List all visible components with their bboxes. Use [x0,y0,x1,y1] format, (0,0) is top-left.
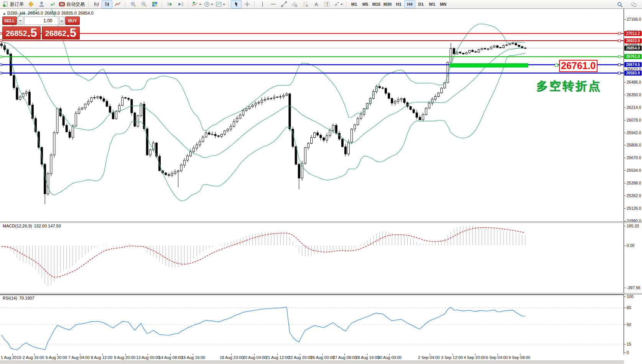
timeframe-m5-button[interactable]: M5 [360,0,371,8]
date-tick [389,354,390,355]
date-tick-label: 13 Aug 00:00 [136,355,160,360]
timeframe-h1-button[interactable]: H1 [393,0,404,8]
lot-size-input[interactable] [24,16,58,25]
candles-chart-icon [104,1,110,7]
macd-indicator-label: MACD(12,26,9)132.00 147.50 [3,224,63,228]
bottom-strip [0,361,642,364]
axis-tick [624,226,626,226]
horizontal-line-icon [270,1,277,7]
price-tick-label: 25670.0 [627,156,641,160]
buy-price-main: 26862 [45,28,67,39]
community-button[interactable] [36,0,47,8]
macd-panel-separator[interactable] [0,221,642,223]
crosshair-button[interactable] [242,0,252,8]
axis-tick [624,120,626,120]
timeframe-m30-button[interactable]: M30 [382,0,393,8]
chart-shift-button[interactable] [175,0,186,8]
search-icon [617,2,623,8]
level-price-tag: 26761.0 [624,54,642,59]
toolbar-separator [162,1,163,7]
chevron-down-icon [223,4,225,6]
equidistant-channel-button[interactable]: E [289,0,300,8]
price-axis[interactable]: 27166.027030.026894.026758.026622.026486… [624,9,642,364]
signals-button[interactable] [47,0,58,8]
axis-tick [624,133,626,133]
shapes-icon [333,1,340,7]
price-tick-label: 25806.0 [627,143,641,147]
ohlc-high: 26858.0 [44,11,60,15]
timeframe-m15-button[interactable]: M15 [371,0,382,8]
date-tick-label: 14 Aug 08:00 [159,355,183,360]
vertical-line-icon [259,1,266,7]
timeframe-w1-button[interactable]: W1 [426,0,438,8]
rsi-axis-label: 15 [627,342,631,346]
current-price-tag: 26854.0 [624,46,642,51]
timeframe-h4-button[interactable]: H4 [404,0,415,8]
price-axis-border [624,9,624,354]
cursor-icon [233,1,240,7]
market-button[interactable] [25,0,36,8]
rsi-axis-label: 100 [627,295,634,299]
chat-button[interactable] [628,0,639,9]
level-price-tag: 27012.2 [624,31,642,36]
axis-tick [624,158,626,158]
axis-tick [624,296,626,297]
timeframe-mn-button[interactable]: MN [438,0,449,8]
cursor-button[interactable] [231,0,242,8]
date-tick [57,354,58,355]
templates-icon [216,1,222,7]
periods-button[interactable] [202,0,214,8]
line-chart-button[interactable] [112,0,123,8]
zoom-out-button[interactable] [138,0,149,8]
support-highlight-bar[interactable] [449,63,528,68]
buy-price-box[interactable]: 26862.5 [42,26,80,40]
ohlc-low: 26835.0 [61,11,77,15]
timeframe-m1-button[interactable]: M1 [349,0,360,8]
main-price-chart[interactable] [0,9,624,221]
chart-window[interactable]: ▲DJ30-,H4 26846.026858.026835.026854.0 S… [0,9,642,364]
level-price-tag: 26674.5 [624,62,642,67]
collapse-arrow-icon[interactable]: ▲ [3,12,6,15]
timeframe-d1-button[interactable]: D1 [415,0,426,8]
lot-increase-button[interactable] [59,16,65,25]
bars-chart-button[interactable] [91,0,102,8]
candles-chart-button[interactable] [102,0,112,8]
time-axis[interactable]: 1 Aug 20192 Aug 16:005 Aug 20:007 Aug 04… [0,354,624,361]
text-label-button[interactable]: T [321,0,332,8]
lot-decrease-button[interactable] [18,16,23,25]
tile-windows-button[interactable] [149,0,160,8]
macd-axis-label: -397.56 [627,286,640,290]
algo-trading-button[interactable]: 自动交易 [58,0,86,8]
templates-button[interactable] [214,0,226,8]
text-label-icon: T [324,1,330,7]
search-button[interactable] [614,0,625,9]
toolbar-separator [228,1,229,7]
sell-price-box[interactable]: 26852.5 [2,26,41,40]
tile-windows-icon [151,1,158,7]
shapes-button[interactable] [332,0,344,8]
buy-button[interactable]: BUY [65,16,80,25]
sell-price-main: 26852 [6,28,27,39]
date-tick-label: 21 Aug 12:00 [266,355,290,360]
rsi-panel-separator[interactable] [0,293,642,295]
text-button[interactable]: A [311,0,321,8]
new-order-button[interactable]: 新订单 [1,0,25,8]
fibonacci-button[interactable]: F [300,0,311,8]
auto-scroll-button[interactable] [165,0,175,8]
date-tick [34,354,35,355]
level-price-tag: 26583.9 [624,71,642,76]
svg-text:F: F [306,5,308,7]
price-annotation-box[interactable]: 26761.0 [559,60,598,72]
vertical-line-button[interactable] [257,0,268,8]
annotation-anchor-square[interactable] [555,64,558,67]
text-icon: A [313,1,319,7]
zoom-in-button[interactable] [128,0,138,8]
sell-button[interactable]: SELL [2,16,17,25]
date-tick [80,354,80,355]
date-tick-label: 9 Sep 08:00 [509,355,530,360]
turning-point-note[interactable]: 多空转折点 [536,78,601,94]
macd-panel-chart[interactable] [0,223,624,293]
trendline-button[interactable] [278,0,289,8]
horizontal-line-button[interactable] [268,0,278,8]
indicators-button[interactable] [191,0,202,8]
